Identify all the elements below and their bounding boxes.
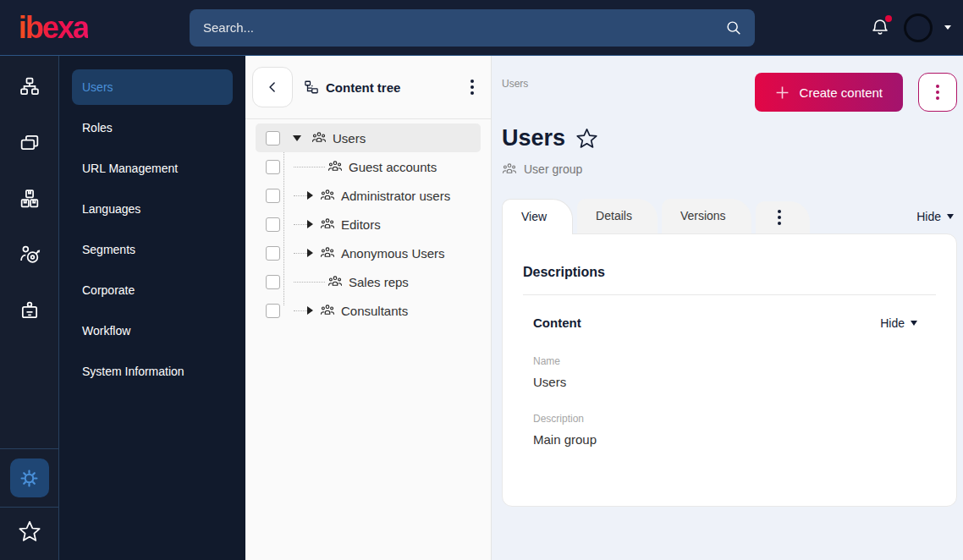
content-tree-header: Content tree (245, 56, 491, 119)
expand-caret-icon[interactable] (307, 249, 313, 257)
products-icon[interactable] (0, 171, 58, 227)
topbar-right (870, 14, 963, 42)
notification-badge (885, 15, 892, 22)
tab-details[interactable]: Details (577, 199, 658, 233)
sidebar-item-segments[interactable]: Segments (72, 232, 233, 267)
plus-icon (775, 85, 790, 100)
descriptions-heading: Descriptions (523, 265, 936, 280)
tree-connector-line (294, 253, 307, 254)
fields: NameUsersDescriptionMain group (533, 355, 926, 447)
user-group-icon (311, 130, 327, 145)
breadcrumb[interactable]: Users (502, 78, 528, 90)
title-row: Users (502, 125, 957, 151)
user-group-icon (320, 217, 335, 232)
sidebar-item-roles[interactable]: Roles (72, 110, 233, 145)
tree-item-editors[interactable]: Editors (256, 210, 481, 239)
expand-caret-icon[interactable] (307, 220, 313, 228)
tree-item-anonymous-users[interactable]: Anonymous Users (256, 239, 481, 267)
view-tab-card: Descriptions Content Hide NameUsersDescr… (502, 233, 957, 507)
user-group-icon (327, 159, 343, 174)
admin-badge-icon[interactable] (0, 283, 58, 338)
tabs: ViewDetailsVersions (502, 199, 751, 233)
tree-icon (304, 80, 319, 95)
tab-view[interactable]: View (502, 199, 573, 234)
tree-item-checkbox[interactable] (266, 160, 280, 174)
sidebar-item-workflow[interactable]: Workflow (72, 313, 233, 349)
more-options-button[interactable] (918, 73, 957, 112)
tree-item-checkbox[interactable] (266, 275, 280, 289)
content-tree-title: Content tree (304, 80, 400, 95)
tree-item-administrator-users[interactable]: Administrator users (256, 181, 481, 210)
field-value: Users (533, 375, 926, 389)
sidebar-item-users[interactable]: Users (72, 69, 233, 105)
hide-toggle[interactable]: Hide (916, 210, 957, 223)
tree-connector-line (294, 310, 307, 311)
field-label: Name (533, 355, 926, 367)
content-type-row: User group (502, 162, 957, 177)
tree-item-label: Users (333, 131, 366, 145)
user-group-icon (327, 274, 343, 289)
user-menu-caret-icon[interactable] (944, 25, 951, 30)
tab-versions[interactable]: Versions (662, 199, 751, 233)
global-search[interactable] (190, 9, 755, 47)
expand-caret-icon[interactable] (307, 306, 313, 315)
tree-item-label: Anonymous Users (341, 246, 445, 261)
create-content-label: Create content (800, 85, 883, 100)
sidebar-item-corporate[interactable]: Corporate (72, 272, 233, 308)
collapse-caret-icon[interactable] (293, 135, 301, 141)
tabs-more-kebab-icon[interactable] (756, 201, 810, 233)
more-options-kebab-icon (936, 85, 939, 100)
content-section-title: Content (533, 316, 581, 330)
chevron-down-icon (947, 214, 954, 219)
expand-caret-icon[interactable] (307, 191, 313, 200)
tree-item-label: Editors (341, 217, 381, 232)
chevron-down-icon (911, 321, 917, 326)
tree-item-checkbox[interactable] (266, 304, 280, 318)
collapse-tree-button[interactable] (252, 67, 293, 107)
user-group-icon (320, 188, 335, 203)
tree-item-checkbox[interactable] (266, 131, 280, 145)
search-icon[interactable] (724, 19, 743, 37)
main-content: Users Create content (492, 56, 963, 560)
tree-item-checkbox[interactable] (266, 189, 280, 203)
sidebar-item-system-information[interactable]: System Information (72, 354, 233, 389)
tree-item-label: Consultants (341, 304, 408, 318)
user-avatar[interactable] (904, 14, 933, 42)
sidebar-menu: UsersRolesURL ManagementLanguagesSegment… (58, 56, 245, 560)
hide-label: Hide (880, 316, 905, 330)
create-content-button[interactable]: Create content (755, 73, 903, 112)
content-structure-icon[interactable] (0, 59, 58, 115)
tree-item-guest-accounts[interactable]: Guest accounts (256, 152, 481, 181)
star-icon[interactable] (18, 508, 41, 555)
gear-icon[interactable] (10, 458, 49, 497)
content-tree-panel: Content tree UsersGuest accountsAdminist… (245, 56, 492, 560)
content-type-label: User group (524, 162, 582, 176)
sidebar-item-url-management[interactable]: URL Management (72, 151, 233, 186)
personalization-icon[interactable] (0, 227, 58, 283)
notifications-bell-icon[interactable] (870, 17, 892, 39)
page-title: Users (502, 125, 565, 151)
tree-item-label: Guest accounts (349, 160, 437, 174)
tree-options-kebab-icon[interactable] (470, 80, 474, 95)
content-section: Content Hide NameUsersDescriptionMain gr… (523, 295, 936, 447)
tree-item-checkbox[interactable] (266, 246, 280, 261)
tree-item-users[interactable]: Users (256, 124, 481, 152)
tree-connector-line (294, 224, 307, 225)
content-hide-toggle[interactable]: Hide (880, 316, 926, 330)
header-actions: Create content (755, 73, 957, 112)
app-window: ibexa (0, 0, 963, 560)
logo-wrap: ibexa (0, 13, 190, 43)
tree-connector-line (294, 167, 325, 167)
rail-bottom (0, 448, 58, 560)
tree-item-consultants[interactable]: Consultants (256, 296, 481, 325)
tree-item-sales-reps[interactable]: Sales reps (256, 267, 481, 296)
ibexa-logo[interactable]: ibexa (19, 10, 88, 45)
search-input[interactable] (203, 20, 724, 35)
field-name: NameUsers (533, 355, 926, 389)
tree-item-checkbox[interactable] (266, 217, 280, 232)
sidebar-item-languages[interactable]: Languages (72, 191, 233, 227)
pages-icon[interactable] (0, 115, 58, 171)
tree-connector-line (294, 195, 307, 196)
tree-item-label: Sales reps (349, 275, 409, 289)
favorite-star-icon[interactable] (575, 127, 598, 150)
